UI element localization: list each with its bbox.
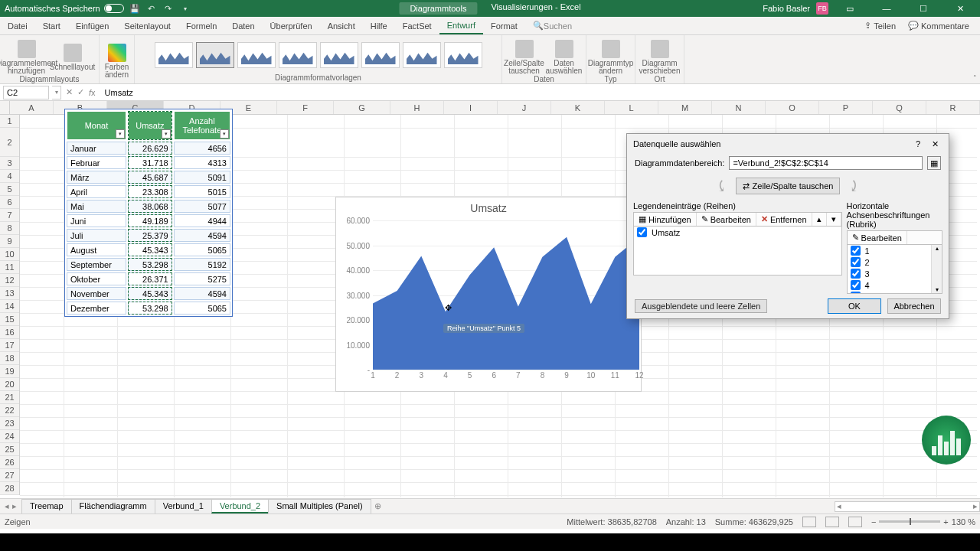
row-header-8[interactable]: 8 (0, 222, 19, 235)
chart-style-1[interactable] (155, 42, 193, 68)
chart-style-5[interactable] (320, 42, 358, 68)
move-chart-button[interactable]: Diagramm verschieben (638, 37, 682, 75)
col-header-H[interactable]: H (390, 101, 444, 114)
normal-view-icon[interactable] (802, 517, 816, 527)
chart-range-input[interactable] (729, 156, 923, 170)
chart-area-series[interactable] (373, 220, 639, 370)
axis-item-label[interactable]: 5 (865, 292, 870, 295)
axis-item-label[interactable]: 4 (865, 281, 870, 290)
legend-item-label[interactable]: Umsatz (652, 228, 680, 237)
table-cell[interactable]: 53.298 (128, 302, 172, 315)
row-header-7[interactable]: 7 (0, 209, 19, 222)
legend-item-checkbox[interactable] (637, 227, 647, 237)
row-header-26[interactable]: 26 (0, 456, 19, 469)
table-cell[interactable]: 25.379 (128, 229, 172, 242)
table-cell[interactable]: Dezember (67, 302, 126, 315)
user-avatar[interactable]: FB (816, 2, 828, 15)
table-header[interactable]: AnzahlTelefonate▾ (174, 111, 230, 140)
close-icon[interactable]: ✕ (945, 0, 975, 17)
redo-icon[interactable]: ↷ (162, 2, 175, 15)
worksheet-grid[interactable]: ABCDEFGHIJKLMNOPQR 123456789101112131415… (0, 101, 980, 498)
chart-style-6[interactable] (361, 42, 400, 68)
row-header-5[interactable]: 5 (0, 183, 19, 196)
axis-item-checkbox[interactable] (851, 269, 861, 279)
switch-row-column-button[interactable]: ⇄Zeile/Spalte tauschen (736, 178, 841, 194)
undo-icon[interactable]: ↶ (145, 2, 158, 15)
chart-style-8[interactable] (444, 42, 482, 68)
table-cell[interactable]: 49.189 (128, 214, 172, 227)
row-header-11[interactable]: 11 (0, 261, 19, 274)
table-cell[interactable]: 4594 (174, 287, 230, 300)
col-header-R[interactable]: R (926, 101, 980, 114)
col-header-N[interactable]: N (712, 101, 766, 114)
row-header-10[interactable]: 10 (0, 248, 19, 261)
cancel-button[interactable]: Abbrechen (887, 298, 941, 314)
col-header-M[interactable]: M (658, 101, 712, 114)
table-cell[interactable]: 45.687 (128, 171, 172, 184)
table-cell[interactable]: 53.298 (128, 258, 172, 271)
name-box[interactable]: C2 (3, 86, 49, 99)
row-header-3[interactable]: 3 (0, 157, 19, 170)
confirm-formula-icon[interactable]: ✓ (77, 87, 84, 97)
maximize-icon[interactable]: ☐ (908, 0, 939, 17)
table-cell[interactable]: 38.068 (128, 200, 172, 213)
user-name[interactable]: Fabio Basler (763, 4, 810, 13)
sheet-nav-next-icon[interactable]: ▸ (12, 501, 17, 511)
table-cell[interactable]: 4944 (174, 214, 230, 227)
axis-item-checkbox[interactable] (851, 280, 861, 290)
legend-add-button[interactable]: ▦Hinzufügen (634, 213, 697, 226)
sheet-tab[interactable]: Flächendiagramm (71, 499, 155, 514)
data-table[interactable]: Monat▾Umsatz▾AnzahlTelefonate▾ Januar26.… (64, 109, 233, 317)
table-cell[interactable]: Juni (67, 214, 126, 227)
table-cell[interactable]: Oktober (67, 272, 126, 285)
chart-style-2[interactable] (196, 42, 234, 68)
chart-object[interactable]: Umsatz -10.00020.00030.00040.00050.00060… (335, 197, 642, 392)
comments-button[interactable]: 💬 Kommentare (903, 19, 974, 32)
dialog-close-icon[interactable]: ✕ (927, 137, 942, 151)
row-header-18[interactable]: 18 (0, 352, 19, 365)
row-header-9[interactable]: 9 (0, 235, 19, 248)
legend-down-icon[interactable]: ▾ (827, 213, 841, 226)
tab-datei[interactable]: Datei (0, 17, 35, 34)
sheet-tab[interactable]: Verbund_2 (211, 499, 269, 514)
col-header-P[interactable]: P (819, 101, 873, 114)
table-cell[interactable]: 5192 (174, 258, 230, 271)
table-cell[interactable]: Mai (67, 200, 126, 213)
tab-entwurf[interactable]: Entwurf (439, 17, 483, 34)
table-cell[interactable]: 26.629 (128, 142, 172, 155)
row-header-19[interactable]: 19 (0, 365, 19, 378)
axis-item-label[interactable]: 2 (865, 258, 870, 267)
row-header-16[interactable]: 16 (0, 326, 19, 339)
col-header-O[interactable]: O (766, 101, 819, 114)
axis-list-scrollbar[interactable]: ▴ ▾ (931, 245, 942, 293)
col-header-L[interactable]: L (605, 101, 658, 114)
row-header-1[interactable]: 1 (0, 115, 19, 128)
hidden-cells-button[interactable]: Ausgeblendete und leere Zellen (635, 299, 767, 313)
table-cell[interactable]: September (67, 258, 126, 271)
row-header-20[interactable]: 20 (0, 378, 19, 391)
formula-input[interactable]: Umsatz (100, 88, 980, 97)
dialog-help-icon[interactable]: ? (910, 137, 926, 151)
minimize-icon[interactable]: — (871, 0, 902, 17)
row-header-27[interactable]: 27 (0, 469, 19, 482)
page-break-view-icon[interactable] (848, 517, 862, 527)
change-colors-button[interactable]: Farben ändern (102, 41, 132, 79)
filter-icon[interactable]: ▾ (162, 129, 171, 139)
axis-item-checkbox[interactable] (851, 246, 861, 256)
table-cell[interactable]: 4594 (174, 229, 230, 242)
add-chart-element-button[interactable]: Diagrammelement hinzufügen (5, 37, 49, 75)
tab-factset[interactable]: FactSet (395, 17, 439, 34)
collapse-ribbon-icon[interactable]: ˄ (973, 74, 977, 82)
save-icon[interactable]: 💾 (129, 2, 141, 15)
fx-icon[interactable]: fx (89, 88, 96, 97)
tab-einfügen[interactable]: Einfügen (68, 17, 116, 34)
row-header-13[interactable]: 13 (0, 287, 19, 300)
table-header[interactable]: Umsatz▾ (128, 111, 172, 140)
table-cell[interactable]: 45.343 (128, 287, 172, 300)
table-cell[interactable]: 5065 (174, 302, 230, 315)
col-header-I[interactable]: I (444, 101, 498, 114)
row-header-6[interactable]: 6 (0, 196, 19, 209)
table-cell[interactable]: 5091 (174, 171, 230, 184)
chart-style-7[interactable] (403, 42, 441, 68)
switch-row-col-button[interactable]: Zeile/Spalte tauschen (505, 37, 544, 75)
